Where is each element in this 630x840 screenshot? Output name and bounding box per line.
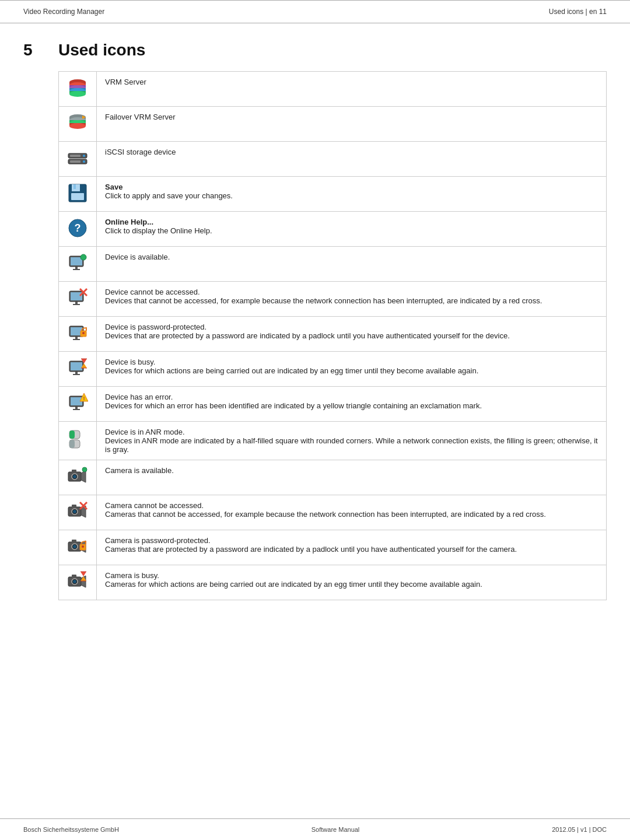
desc-text: Devices for which actions are being carr… <box>105 366 598 375</box>
svg-rect-31 <box>75 267 78 269</box>
icon-cell-camera_password <box>59 530 97 565</box>
svg-point-8 <box>69 91 86 97</box>
svg-rect-67 <box>72 470 76 473</box>
footer-right: 2012.05 | v1 | DOC <box>552 826 607 833</box>
desc-bold-label: Online Help... <box>105 218 598 226</box>
svg-rect-87 <box>72 575 76 578</box>
desc-text: Device is in ANR mode. <box>105 428 598 436</box>
svg-rect-43 <box>73 339 80 340</box>
svg-text:?: ? <box>75 222 81 234</box>
header-left: Video Recording Manager <box>23 8 104 16</box>
icons-table: VRM Server Failover VRM Server iSCSI sto… <box>58 71 607 600</box>
svg-point-15 <box>69 123 86 129</box>
svg-rect-49 <box>73 374 80 375</box>
svg-point-19 <box>83 155 85 157</box>
desc-cell-vrm_server: VRM Server <box>97 72 607 107</box>
icon-cell-device_anr <box>59 422 97 460</box>
desc-text: Devices that cannot be accessed, for exa… <box>105 296 598 305</box>
desc-text: Device has an error. <box>105 393 598 401</box>
table-row: ? Online Help...Click to display the Onl… <box>59 212 607 247</box>
desc-text: Devices that are protected by a password… <box>105 331 598 340</box>
svg-rect-21 <box>70 155 80 157</box>
table-row: Camera is busy.Cameras for which actions… <box>59 565 607 600</box>
icon-cell-iscsi <box>59 142 97 177</box>
desc-text: Device is password-protected. <box>105 323 598 331</box>
table-row: Device cannot be accessed.Devices that c… <box>59 282 607 317</box>
icon-cell-device_available <box>59 247 97 282</box>
desc-text: Camera cannot be accessed. <box>105 501 598 510</box>
svg-point-69 <box>82 467 87 472</box>
icon-cell-device_error: ! <box>59 387 97 422</box>
desc-cell-camera_no_access: Camera cannot be accessed.Cameras that c… <box>97 495 607 530</box>
desc-cell-camera_available: Camera is available. <box>97 460 607 495</box>
svg-rect-73 <box>72 505 76 508</box>
svg-point-79 <box>73 545 76 548</box>
svg-rect-42 <box>75 337 78 339</box>
icon-cell-failover_vrm <box>59 107 97 142</box>
desc-cell-online_help: Online Help...Click to display the Onlin… <box>97 212 607 247</box>
icon-cell-device_no_access <box>59 282 97 317</box>
desc-text: VRM Server <box>105 78 598 86</box>
svg-rect-48 <box>75 372 78 374</box>
page-footer: Bosch Sicherheitssysteme GmbH Software M… <box>0 818 630 840</box>
desc-cell-device_password: Device is password-protected.Devices tha… <box>97 317 607 352</box>
footer-center: Software Manual <box>312 826 360 833</box>
svg-point-72 <box>73 510 76 513</box>
icon-cell-save <box>59 177 97 212</box>
svg-point-83 <box>82 545 84 548</box>
table-row: VRM Server <box>59 72 607 107</box>
icon-cell-camera_no_access <box>59 495 97 530</box>
svg-rect-37 <box>73 304 80 305</box>
svg-rect-57 <box>73 409 80 410</box>
svg-rect-22 <box>70 160 80 163</box>
section-title: Used icons <box>58 41 145 60</box>
icon-cell-online_help: ? <box>59 212 97 247</box>
icon-cell-device_password <box>59 317 97 352</box>
desc-text: Click to apply and save your changes. <box>105 191 598 200</box>
desc-text: Device cannot be accessed. <box>105 288 598 296</box>
desc-text: Cameras that cannot be accessed, for exa… <box>105 510 598 519</box>
main-content: 5 Used icons VRM Server <box>0 23 630 818</box>
header-right: Used icons | en 11 <box>549 8 607 16</box>
section-number: 5 <box>23 41 41 60</box>
desc-text: Device is busy. <box>105 358 598 366</box>
desc-text: Cameras that are protected by a password… <box>105 545 598 554</box>
desc-cell-camera_password: Camera is password-protected.Cameras tha… <box>97 530 607 565</box>
svg-rect-56 <box>75 407 78 409</box>
desc-text: Click to display the Online Help. <box>105 226 598 235</box>
table-row: Device is in ANR mode.Devices in ANR mod… <box>59 422 607 460</box>
desc-cell-device_no_access: Device cannot be accessed.Devices that c… <box>97 282 607 317</box>
table-row: Camera cannot be accessed.Cameras that c… <box>59 495 607 530</box>
desc-text: Devices in ANR mode are indicated by a h… <box>105 436 598 454</box>
desc-cell-device_error: Device has an error.Devices for which an… <box>97 387 607 422</box>
desc-text: Camera is busy. <box>105 571 598 580</box>
icon-cell-camera_available <box>59 460 97 495</box>
svg-rect-61 <box>69 430 75 439</box>
desc-cell-device_available: Device is available. <box>97 247 607 282</box>
svg-rect-63 <box>69 440 75 448</box>
svg-point-86 <box>73 580 76 583</box>
desc-cell-iscsi: iSCSI storage device <box>97 142 607 177</box>
svg-rect-32 <box>73 269 80 270</box>
table-row: Failover VRM Server <box>59 107 607 142</box>
svg-rect-36 <box>75 302 78 304</box>
desc-text: Cameras for which actions are being carr… <box>105 580 598 589</box>
section-heading: 5 Used icons <box>23 41 607 60</box>
desc-text: Device is available. <box>105 253 598 261</box>
svg-point-66 <box>73 475 76 478</box>
table-row: ! Device has an error.Devices for which … <box>59 387 607 422</box>
svg-rect-25 <box>74 184 76 189</box>
svg-rect-47 <box>71 362 82 370</box>
icon-cell-vrm_server <box>59 72 97 107</box>
desc-cell-device_busy: Device is busy.Devices for which actions… <box>97 352 607 387</box>
table-row: Device is password-protected.Devices tha… <box>59 317 607 352</box>
svg-rect-80 <box>72 540 76 542</box>
desc-text: Devices for which an error has been iden… <box>105 401 598 410</box>
desc-cell-failover_vrm: Failover VRM Server <box>97 107 607 142</box>
icon-cell-device_busy <box>59 352 97 387</box>
page-header: Video Recording Manager Used icons | en … <box>0 0 630 23</box>
desc-text: Camera is password-protected. <box>105 536 598 545</box>
desc-text: Failover VRM Server <box>105 113 598 121</box>
svg-text:!: ! <box>83 396 85 401</box>
desc-text: Camera is available. <box>105 466 598 475</box>
